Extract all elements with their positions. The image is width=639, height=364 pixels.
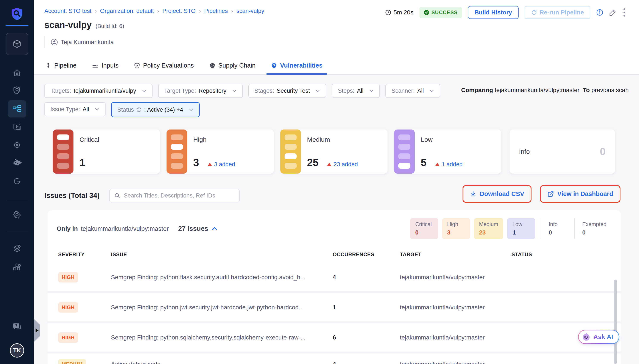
tab-supply-chain[interactable]: Supply Chain	[208, 58, 257, 75]
stages-filter[interactable]: Stages:Security Test	[248, 84, 326, 98]
severity-card-high[interactable]: High 3 3 added	[168, 130, 274, 174]
occurrences-count: 4	[333, 359, 400, 364]
tab-inputs[interactable]: Inputs	[91, 58, 119, 75]
expand-arrow-icon	[36, 328, 39, 332]
occurrences-count: 4	[333, 274, 400, 281]
severity-card-medium[interactable]: Medium 25 23 added	[282, 130, 387, 174]
search-input[interactable]	[124, 192, 235, 199]
external-link-icon	[547, 191, 554, 197]
added-triangle-icon	[435, 163, 440, 166]
breadcrumb-current[interactable]: scan-vulpy	[236, 8, 264, 14]
chevron-down-icon	[142, 89, 146, 92]
issues-table-header: SEVERITY ISSUE OCCURRENCES TARGET STATUS	[48, 252, 621, 258]
added-triangle-icon	[327, 163, 331, 166]
severity-badge: HIGH	[58, 302, 78, 312]
svg-text:?: ?	[15, 324, 17, 328]
download-csv-button[interactable]: Download CSV	[463, 185, 531, 203]
severity-card-info[interactable]: Info 0	[510, 130, 615, 174]
breadcrumb-account[interactable]: Account: STO test	[44, 8, 92, 14]
severity-badge: HIGH	[58, 272, 78, 282]
tab-vulnerabilities[interactable]: Vulnerabilities	[270, 58, 323, 75]
pill-info[interactable]: Info0	[541, 218, 569, 239]
severity-gauge-icon	[53, 130, 74, 174]
layers-settings-icon[interactable]	[0, 242, 34, 256]
issue-row[interactable]: HIGH Semgrep Finding: python.jwt.securit…	[48, 293, 621, 322]
issue-row[interactable]: HIGH Semgrep Finding: python.sqlalchemy.…	[48, 323, 621, 352]
more-options-icon[interactable]	[623, 8, 626, 18]
tab-policy-evaluations[interactable]: Policy Evaluations	[133, 58, 194, 75]
steps-filter[interactable]: Steps:All	[332, 84, 380, 98]
shield-scan-icon[interactable]	[0, 84, 34, 97]
issue-row[interactable]: MEDIUM Active debug code... 4 tejakummar…	[48, 354, 621, 364]
exit-module-icon[interactable]	[0, 174, 34, 188]
policy-shield-icon	[134, 62, 140, 69]
left-nav-sidebar: ? TK	[0, 0, 34, 364]
author-row: Teja Kummarikuntla	[44, 36, 114, 48]
breadcrumb-project[interactable]: Project: STO	[162, 8, 196, 14]
vertical-scrollbar[interactable]	[614, 280, 617, 364]
check-circle-icon	[424, 10, 429, 15]
severity-card-low[interactable]: Low 5 1 added	[396, 130, 501, 174]
breadcrumb-separator: ›	[231, 8, 233, 14]
col-severity: SEVERITY	[58, 252, 111, 258]
severity-badge: HIGH	[58, 332, 78, 343]
issues-search	[109, 189, 240, 202]
targets-filter[interactable]: Targets:tejakummarikuntla/vulpy	[44, 84, 152, 98]
target-icon[interactable]	[0, 138, 34, 152]
added-count: 1 added	[435, 161, 463, 168]
settings-gear-icon[interactable]	[0, 208, 34, 222]
pill-critical[interactable]: Critical0	[410, 218, 438, 239]
pill-medium[interactable]: Medium23	[474, 218, 504, 239]
pill-exempted[interactable]: Exempted0	[574, 218, 612, 239]
help-chat-icon[interactable]: ?	[0, 320, 34, 334]
tab-bar: Pipeline Inputs Policy Evaluations	[44, 58, 323, 75]
added-triangle-icon	[208, 163, 212, 166]
sto-vulnerabilities-page: ? TK Account: STO test › Organization: d…	[0, 0, 639, 364]
pill-low[interactable]: Low1	[507, 218, 535, 239]
view-in-dashboard-button[interactable]: View in Dashboard	[540, 185, 620, 203]
build-history-button[interactable]: Build History	[468, 6, 518, 19]
executions-play-icon[interactable]	[0, 120, 34, 134]
breadcrumb-organization[interactable]: Organization: default	[100, 8, 154, 14]
pill-high[interactable]: High3	[442, 218, 470, 239]
severity-gauge-icon	[166, 130, 187, 174]
status-badge: SUCCESS	[419, 7, 462, 18]
module-switcher-cube-icon[interactable]	[6, 33, 28, 55]
issue-target: tejakummarikuntla/vulpy:master	[400, 304, 511, 311]
chevron-down-icon	[232, 89, 237, 92]
filters: Targets:tejakummarikuntla/vulpy Target T…	[44, 84, 440, 122]
issue-row[interactable]: HIGH Semgrep Finding: python.flask.secur…	[48, 263, 621, 291]
org-settings-icon[interactable]	[0, 260, 34, 274]
user-avatar[interactable]: TK	[10, 343, 24, 358]
issue-actions: Download CSV View in Dashboard	[463, 185, 620, 203]
home-icon[interactable]	[0, 66, 34, 80]
issue-type-filter[interactable]: Issue Type:All	[44, 102, 106, 116]
severity-filter-pills: Critical0 High3 Medium23 Low1 Info0	[410, 218, 612, 239]
page-title: scan-vulpy	[44, 20, 92, 30]
harness-sto-logo-icon[interactable]	[10, 7, 24, 21]
header-actions: 5m 20s SUCCESS Build History Re-run Pipe…	[385, 6, 626, 19]
rerun-icon	[531, 10, 537, 16]
info-icon[interactable]	[596, 9, 603, 16]
issue-target: tejakummarikuntla/vulpy:master	[400, 274, 511, 281]
issues-count-toggle[interactable]: 27 Issues	[178, 225, 218, 232]
ai-bot-icon	[582, 332, 591, 342]
severity-card-critical[interactable]: Critical 1	[55, 130, 160, 174]
pipelines-nav-active[interactable]	[8, 100, 26, 118]
target-type-filter[interactable]: Target Type:Repository	[158, 84, 243, 98]
issues-total-title: Issues (Total 34)	[44, 192, 100, 200]
status-filter[interactable]: Status : Active (34) +4	[111, 102, 200, 117]
rerun-pipeline-button[interactable]: Re-run Pipeline	[525, 6, 590, 19]
issue-target: tejakummarikuntla/vulpy:master	[400, 334, 511, 341]
eye-off-exemptions-icon[interactable]	[0, 156, 34, 170]
chevron-down-icon	[189, 108, 193, 111]
col-status: STATUS	[511, 252, 621, 258]
tab-pipeline[interactable]: Pipeline	[44, 58, 77, 75]
edit-pencil-icon[interactable]	[609, 9, 616, 16]
ask-ai-button[interactable]: Ask AI	[578, 330, 619, 344]
sidebar-divider	[6, 200, 28, 200]
occurrences-count: 6	[333, 334, 400, 341]
chevron-down-icon	[369, 89, 374, 92]
page-header: Account: STO test › Organization: defaul…	[34, 0, 639, 75]
breadcrumb-pipelines[interactable]: Pipelines	[204, 8, 228, 14]
